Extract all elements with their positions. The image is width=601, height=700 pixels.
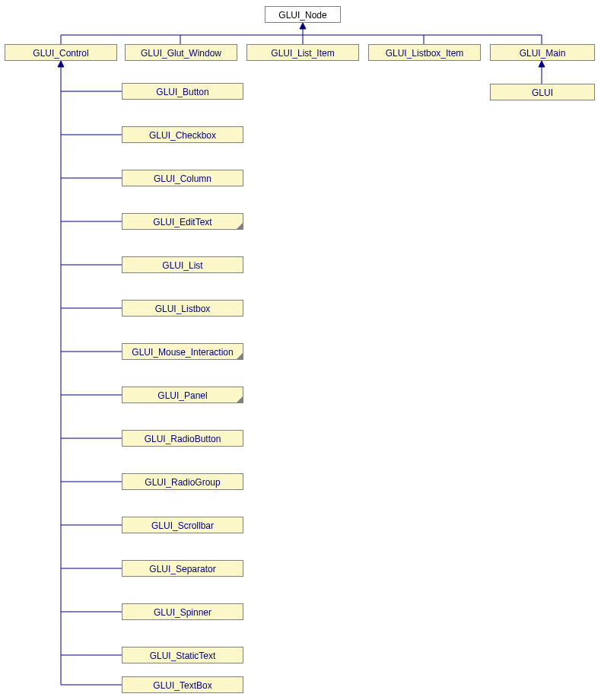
class-node-glui-radiogroup[interactable]: GLUI_RadioGroup [122,473,243,490]
class-node-glui-textbox[interactable]: GLUI_TextBox [122,676,243,693]
class-node-glui-listbox[interactable]: GLUI_Listbox [122,300,243,317]
class-node-glui-panel[interactable]: GLUI_Panel [122,387,243,403]
class-node-glui-checkbox[interactable]: GLUI_Checkbox [122,126,243,143]
class-hierarchy-diagram: GLUI_Node GLUI_Control GLUI_Glut_Window … [0,0,601,700]
connector-lines [0,0,601,700]
class-node-glui-spinner[interactable]: GLUI_Spinner [122,603,243,620]
class-node-glui-statictext[interactable]: GLUI_StaticText [122,647,243,663]
class-node-glui-radiobutton[interactable]: GLUI_RadioButton [122,430,243,447]
class-node-glui-control[interactable]: GLUI_Control [5,44,117,61]
class-node-glui-list-item[interactable]: GLUI_List_Item [246,44,359,61]
class-node-glui-separator[interactable]: GLUI_Separator [122,560,243,577]
class-node-glui-listbox-item[interactable]: GLUI_Listbox_Item [368,44,481,61]
class-node-glui-main[interactable]: GLUI_Main [490,44,595,61]
class-node-glui-glut-window[interactable]: GLUI_Glut_Window [125,44,237,61]
class-node-glui-node[interactable]: GLUI_Node [265,6,341,23]
class-node-glui-mouse-interaction[interactable]: GLUI_Mouse_Interaction [122,343,243,360]
arrowhead-icon [58,61,64,67]
arrowhead-icon [300,23,306,29]
class-node-glui-button[interactable]: GLUI_Button [122,83,243,100]
arrowhead-icon [539,61,545,67]
class-node-glui-edittext[interactable]: GLUI_EditText [122,213,243,230]
class-node-glui-scrollbar[interactable]: GLUI_Scrollbar [122,517,243,533]
class-node-glui-column[interactable]: GLUI_Column [122,170,243,186]
class-node-glui[interactable]: GLUI [490,84,595,100]
class-node-glui-list[interactable]: GLUI_List [122,256,243,273]
